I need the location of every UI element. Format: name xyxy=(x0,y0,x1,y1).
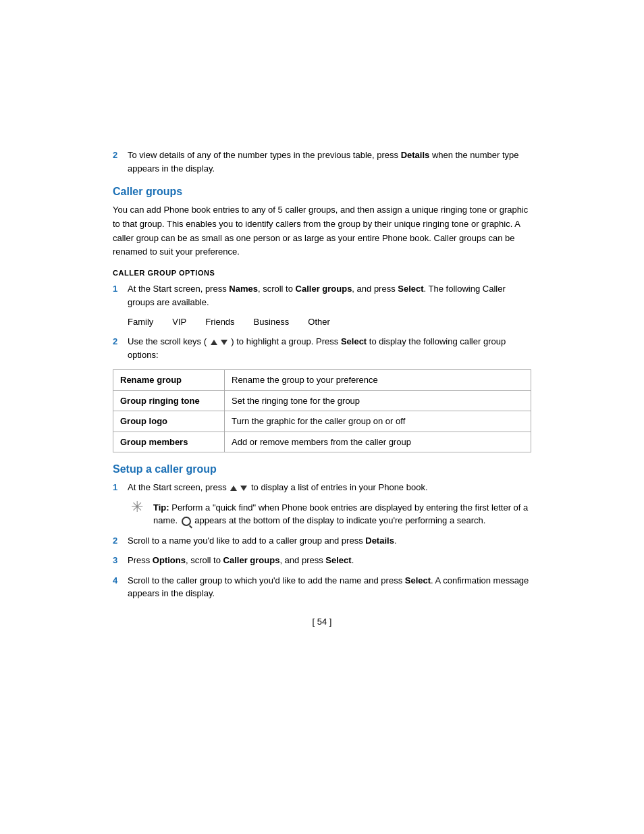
setup-step-2: 2 Scroll to a name you'd like to add to … xyxy=(113,534,531,548)
option-group-members: Group members xyxy=(113,432,225,452)
intro-bold: Details xyxy=(401,150,430,160)
caller-group-options-table: Rename group Rename the group to your pr… xyxy=(113,369,531,452)
setup-s2-bold1: Details xyxy=(365,536,394,546)
option-rename-group: Rename group xyxy=(113,370,225,391)
scroll-keys-arrows xyxy=(209,340,229,345)
tip-icon: ✳ xyxy=(128,500,146,515)
cg-s1-mid: , scroll to xyxy=(258,284,296,294)
caller-groups-row: Family VIP Friends Business Other xyxy=(128,317,531,327)
cg-step-2-text: Use the scroll keys ( ) to highlight a g… xyxy=(128,335,531,361)
intro-text-before: To view details of any of the number typ… xyxy=(128,150,401,160)
group-other: Other xyxy=(308,317,330,327)
setup-step-2-number: 2 xyxy=(113,534,128,548)
cg-s1-bold2: Caller groups xyxy=(296,284,352,294)
group-family: Family xyxy=(128,317,153,327)
setup-s3-mid: , scroll to xyxy=(186,555,223,565)
tip-after: appears at the bottom of the display to … xyxy=(192,515,486,525)
cg-s1-before: At the Start screen, press xyxy=(128,284,229,294)
setup-s3-after: , and press xyxy=(279,555,325,565)
content-area: 2 To view details of any of the number t… xyxy=(113,0,531,694)
setup-s2-before: Scroll to a name you'd like to add to a … xyxy=(128,536,365,546)
table-row: Group logo Turn the graphic for the call… xyxy=(113,411,531,432)
caller-group-options-title: CALLER GROUP OPTIONS xyxy=(113,269,531,277)
table-row: Group ringing tone Set the ringing tone … xyxy=(113,390,531,411)
desc-rename-group: Rename the group to your preference xyxy=(225,370,531,391)
step-number-intro: 2 xyxy=(113,149,128,175)
setup-step-1-number: 1 xyxy=(113,481,128,494)
intro-step-2: 2 To view details of any of the number t… xyxy=(113,149,531,175)
tip-label: Tip: xyxy=(153,502,169,513)
setup-s3-bold3: Select xyxy=(325,555,351,565)
setup-step-1: 1 At the Start screen, press to display … xyxy=(113,481,531,494)
cg-s1-bold1: Names xyxy=(229,284,258,294)
cg-s2-before: Use the scroll keys ( xyxy=(128,336,207,346)
table-row: Rename group Rename the group to your pr… xyxy=(113,370,531,391)
desc-group-members: Add or remove members from the caller gr… xyxy=(225,432,531,452)
desc-group-ringing-tone: Set the ringing tone for the group xyxy=(225,390,531,411)
setup-s1-after: to display a list of entries in your Pho… xyxy=(251,482,428,492)
setup-step-2-text: Scroll to a name you'd like to add to a … xyxy=(128,534,531,548)
cg-step-2: 2 Use the scroll keys ( ) to highlight a… xyxy=(113,335,531,361)
group-friends: Friends xyxy=(205,317,234,327)
setup-step-4: 4 Scroll to the caller group to which yo… xyxy=(113,574,531,600)
setup-s2-end: . xyxy=(394,536,397,546)
setup-s3-bold1: Options xyxy=(153,555,186,565)
cg-s2-bold1: Select xyxy=(341,336,367,346)
setup-step-3-number: 3 xyxy=(113,554,128,567)
setup-s3-end: . xyxy=(352,555,354,565)
cg-step-1: 1 At the Start screen, press Names, scro… xyxy=(113,282,531,309)
desc-group-logo: Turn the graphic for the caller group on… xyxy=(225,411,531,432)
cg-s1-bold3: Select xyxy=(398,284,423,294)
page-number: [ 54 ] xyxy=(113,617,531,627)
setup-scroll-keys xyxy=(229,486,248,491)
table-row: Group members Add or remove members from… xyxy=(113,432,531,452)
cg-s1-after: , and press xyxy=(352,284,398,294)
caller-groups-title: Caller groups xyxy=(113,186,531,198)
setup-caller-group-title: Setup a caller group xyxy=(113,463,531,475)
tip-text: Tip: Perform a "quick find" when Phone b… xyxy=(153,501,531,527)
cg-step-1-text: At the Start screen, press Names, scroll… xyxy=(128,282,531,309)
setup-s3-bold2: Caller groups xyxy=(223,555,280,565)
cg-step-2-number: 2 xyxy=(113,335,128,361)
search-magnifier-icon xyxy=(182,517,191,526)
setup-arrow-up-icon xyxy=(230,486,237,491)
setup-s4-bold1: Select xyxy=(405,575,431,585)
setup-step-1-text: At the Start screen, press to display a … xyxy=(128,481,531,494)
option-group-logo: Group logo xyxy=(113,411,225,432)
setup-step-4-number: 4 xyxy=(113,574,128,600)
setup-s3-before: Press xyxy=(128,555,153,565)
setup-s4-before: Scroll to the caller group to which you'… xyxy=(128,575,405,585)
setup-step-3-text: Press Options, scroll to Caller groups, … xyxy=(128,554,531,567)
cg-step-1-number: 1 xyxy=(113,282,128,309)
setup-s1-before: At the Start screen, press xyxy=(128,482,229,492)
arrow-up-icon xyxy=(211,340,217,345)
group-vip: VIP xyxy=(172,317,186,327)
tip-box: ✳ Tip: Perform a "quick find" when Phone… xyxy=(128,501,531,527)
intro-step-text: To view details of any of the number typ… xyxy=(128,149,531,175)
caller-groups-body: You can add Phone book entries to any of… xyxy=(113,203,531,259)
option-group-ringing-tone: Group ringing tone xyxy=(113,390,225,411)
cg-s2-after: ) to highlight a group. Press xyxy=(231,336,341,346)
setup-step-3: 3 Press Options, scroll to Caller groups… xyxy=(113,554,531,567)
arrow-down-icon xyxy=(221,340,227,345)
page-container: 2 To view details of any of the number t… xyxy=(0,0,644,834)
setup-arrow-down-icon xyxy=(240,486,247,491)
group-business: Business xyxy=(254,317,290,327)
setup-step-4-text: Scroll to the caller group to which you'… xyxy=(128,574,531,600)
